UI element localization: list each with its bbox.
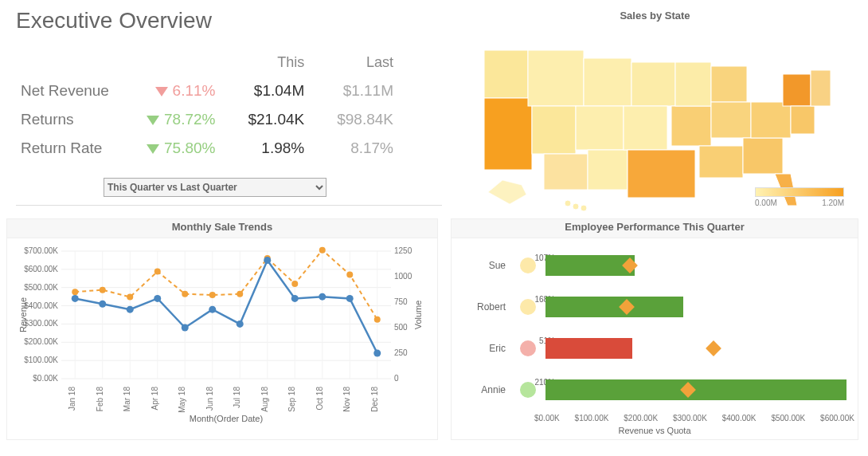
svg-rect-9: [624, 106, 667, 150]
monthly-trends-panel: Monthly Sale Trends $0.00K$100.00K$200.0…: [6, 218, 438, 440]
status-dot-icon: [520, 340, 536, 356]
svg-text:Nov 18: Nov 18: [342, 387, 351, 412]
arrow-down-icon: [155, 87, 168, 96]
employee-bar-track: [545, 338, 851, 359]
svg-point-88: [237, 320, 244, 328]
svg-rect-8: [631, 62, 675, 106]
kpi-last: $1.11M: [309, 77, 397, 104]
svg-rect-15: [699, 146, 743, 178]
employee-row: Robert 168%: [458, 286, 851, 328]
map-title: Sales by State: [450, 8, 860, 26]
svg-point-86: [182, 324, 189, 332]
kpi-label: Net Revenue: [18, 77, 112, 104]
svg-rect-5: [584, 58, 631, 106]
svg-text:$500.00K: $500.00K: [24, 283, 58, 292]
svg-text:0: 0: [394, 374, 399, 383]
svg-text:Jan 18: Jan 18: [68, 387, 76, 411]
svg-rect-7: [588, 150, 628, 190]
svg-rect-18: [783, 74, 811, 106]
svg-rect-1: [484, 98, 532, 170]
svg-text:Sep 18: Sep 18: [287, 387, 296, 412]
kpi-label: Return Rate: [18, 135, 112, 162]
status-dot-icon: [520, 382, 536, 398]
employees-x-title: Revenue vs Quota: [452, 423, 858, 438]
quota-marker-icon: [706, 340, 721, 356]
svg-rect-2: [528, 50, 584, 106]
svg-text:1250: 1250: [394, 246, 412, 255]
svg-text:Jun 18: Jun 18: [205, 387, 214, 411]
svg-point-71: [100, 287, 106, 293]
kpi-this: 1.98%: [220, 135, 307, 162]
period-select[interactable]: This Quarter vs Last Quarter: [104, 178, 326, 197]
divider: [16, 205, 442, 206]
us-map-icon: [468, 26, 843, 214]
svg-rect-14: [711, 102, 751, 138]
kpi-col-last: Last: [309, 49, 397, 76]
revenue-bar: [545, 338, 632, 359]
svg-point-85: [154, 295, 161, 302]
employee-name: Annie 210%: [458, 384, 514, 395]
employee-row: Sue 107%: [458, 245, 851, 286]
svg-text:Revenue: Revenue: [18, 297, 28, 332]
svg-text:$400.00K: $400.00K: [24, 301, 58, 310]
svg-point-73: [154, 269, 161, 275]
kpi-change: 75.80%: [114, 135, 219, 162]
trends-chart: $0.00K$100.00K$200.00K$300.00K$400.00K$5…: [15, 243, 429, 425]
svg-text:Mar 18: Mar 18: [123, 387, 131, 412]
map-legend: 0.00M1.20M: [755, 187, 844, 207]
svg-point-23: [581, 205, 587, 211]
svg-rect-13: [711, 66, 747, 102]
employee-name: Sue 107%: [458, 260, 514, 271]
trends-title: Monthly Sale Trends: [7, 219, 437, 238]
svg-text:$100.00K: $100.00K: [24, 356, 58, 364]
employee-performance-panel: Employee Performance This Quarter Sue 10…: [451, 218, 858, 440]
svg-point-72: [127, 294, 133, 301]
employee-bar-track: [545, 255, 851, 276]
employees-x-axis: $0.00K$100.00K$200.00K$300.00K$400.00K$5…: [531, 411, 858, 423]
kpi-this: $1.04M: [220, 77, 307, 104]
svg-point-81: [374, 316, 381, 323]
svg-rect-19: [791, 106, 815, 134]
svg-text:Aug 18: Aug 18: [260, 387, 269, 412]
employee-bar-track: [545, 379, 851, 400]
svg-point-92: [346, 295, 354, 302]
svg-text:$200.00K: $200.00K: [24, 337, 58, 346]
svg-text:Dec 18: Dec 18: [370, 387, 379, 412]
employee-row: Eric 51%: [458, 328, 851, 369]
svg-point-91: [319, 293, 326, 301]
kpi-this: $21.04K: [220, 106, 307, 133]
svg-point-90: [291, 295, 299, 302]
status-dot-icon: [520, 257, 536, 273]
employees-title: Employee Performance This Quarter: [452, 219, 858, 238]
svg-rect-10: [628, 150, 695, 198]
svg-rect-4: [544, 154, 588, 190]
svg-rect-6: [576, 106, 624, 150]
arrow-down-icon: [147, 144, 159, 154]
employee-bar-track: [545, 297, 851, 317]
kpi-row-return-rate: Return Rate 75.80% 1.98% 8.17%: [18, 135, 397, 162]
svg-text:Apr 18: Apr 18: [151, 387, 159, 411]
kpi-change: 6.11%: [114, 77, 219, 104]
svg-rect-11: [671, 106, 711, 146]
svg-point-84: [127, 306, 134, 313]
employee-name: Eric 51%: [458, 343, 514, 354]
sales-by-state-panel: Sales by State: [442, 0, 868, 214]
kpi-row-net-revenue: Net Revenue 6.11% $1.04M $1.11M: [18, 77, 397, 104]
svg-point-22: [573, 203, 579, 210]
kpi-last: 8.17%: [309, 135, 397, 162]
kpi-change: 78.72%: [114, 106, 219, 133]
revenue-bar: [545, 297, 683, 317]
svg-rect-12: [675, 62, 711, 106]
status-dot-icon: [520, 299, 536, 315]
svg-text:Oct 18: Oct 18: [315, 387, 324, 411]
svg-text:$300.00K: $300.00K: [24, 319, 58, 328]
svg-point-21: [565, 200, 571, 206]
svg-point-93: [373, 350, 381, 357]
svg-text:$600.00K: $600.00K: [24, 265, 58, 273]
svg-point-74: [182, 291, 188, 297]
svg-text:500: 500: [394, 323, 408, 332]
svg-text:May 18: May 18: [178, 387, 186, 413]
kpi-label: Returns: [18, 106, 112, 133]
kpi-col-this: This: [220, 49, 307, 76]
kpi-row-returns: Returns 78.72% $21.04K $98.84K: [18, 106, 397, 133]
